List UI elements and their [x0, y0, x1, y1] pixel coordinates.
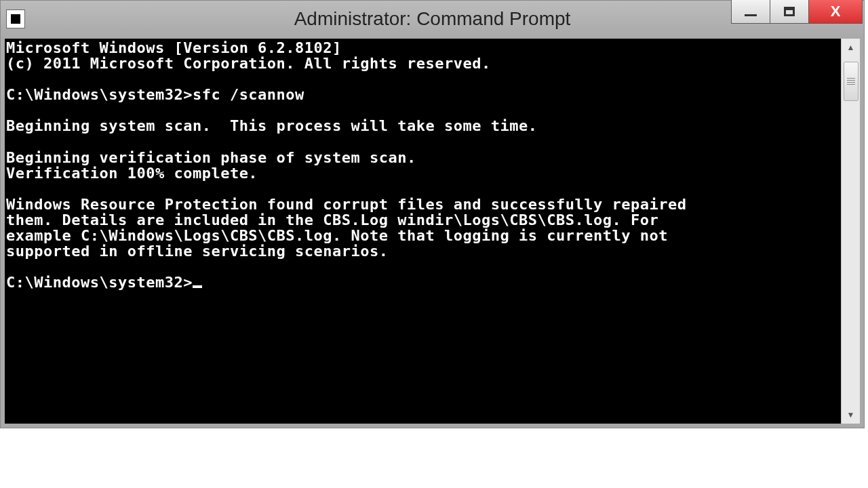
- minimize-icon: [745, 14, 757, 16]
- scroll-up-arrow[interactable]: ▲: [842, 39, 860, 56]
- window-controls: X: [732, 0, 863, 24]
- console-output[interactable]: Microsoft Windows [Version 6.2.8102] (c)…: [5, 39, 841, 424]
- scroll-thumb[interactable]: [844, 62, 859, 101]
- maximize-button[interactable]: [770, 0, 809, 24]
- minimize-button[interactable]: [731, 0, 770, 24]
- close-icon: X: [831, 3, 841, 20]
- client-area: Microsoft Windows [Version 6.2.8102] (c)…: [5, 39, 860, 424]
- vertical-scrollbar[interactable]: ▲ ▼: [841, 39, 860, 424]
- maximize-icon: [784, 7, 795, 16]
- cursor: [193, 285, 202, 288]
- window-title: Administrator: Command Prompt: [294, 8, 571, 30]
- scroll-down-arrow[interactable]: ▼: [842, 406, 860, 424]
- close-button[interactable]: X: [808, 0, 863, 24]
- titlebar[interactable]: Administrator: Command Prompt X: [1, 1, 864, 37]
- app-icon: [6, 9, 25, 28]
- command-prompt-window: Administrator: Command Prompt X Microsof…: [0, 0, 865, 428]
